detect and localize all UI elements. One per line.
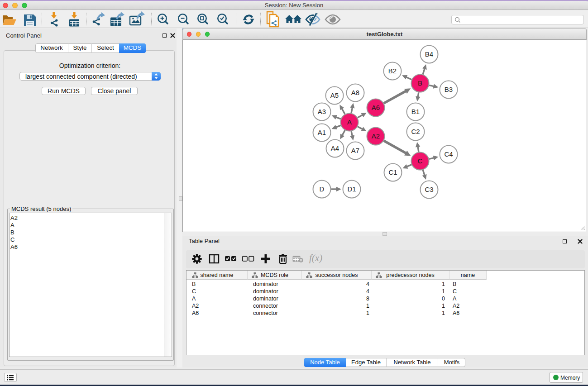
svg-text:A: A [347,118,352,126]
svg-text:B1: B1 [411,108,420,115]
svg-text:A6: A6 [372,104,380,111]
svg-text:C4: C4 [444,150,453,158]
svg-text:C3: C3 [425,186,433,193]
svg-text:B2: B2 [388,67,397,75]
svg-text:B3: B3 [445,86,453,93]
svg-text:A4: A4 [331,144,339,152]
svg-text:A2: A2 [372,132,380,140]
svg-text:A1: A1 [318,129,326,136]
svg-text:D: D [320,185,325,193]
svg-text:A3: A3 [318,108,326,115]
svg-text:C2: C2 [411,128,420,135]
svg-text:D1: D1 [347,185,356,193]
svg-text:B4: B4 [425,50,433,58]
svg-text:C: C [418,157,423,165]
svg-text:C1: C1 [388,168,397,176]
svg-text:A5: A5 [330,91,339,99]
svg-text:B: B [418,79,422,87]
svg-text:A7: A7 [351,147,359,154]
svg-text:A8: A8 [351,89,359,96]
